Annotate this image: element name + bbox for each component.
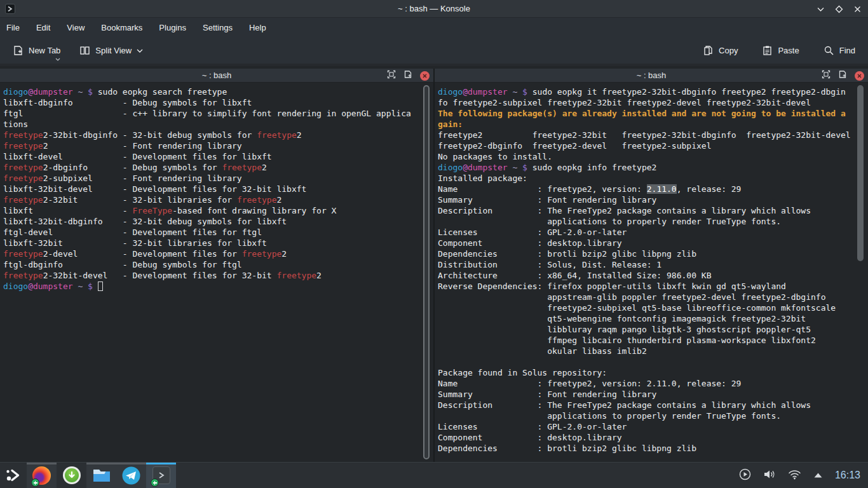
- volume-icon[interactable]: [763, 468, 776, 483]
- software-center-icon: [63, 466, 81, 484]
- task-open-indicator: [86, 463, 116, 464]
- copy-icon: [703, 45, 714, 56]
- scrollbar-right: [857, 85, 864, 459]
- taskbar-item-konsole[interactable]: [146, 463, 176, 488]
- plus-badge-icon: [151, 478, 159, 487]
- pane-left-title: ~ : bash: [0, 71, 433, 80]
- telegram-icon: [122, 466, 140, 485]
- split-view-dropdown-icon[interactable]: [137, 49, 143, 53]
- terminal-right[interactable]: diogo@dumpster ~ $ sudo eopkg it freetyp…: [435, 83, 868, 462]
- konsole-app-icon: [5, 4, 15, 14]
- menu-settings[interactable]: Settings: [203, 23, 233, 32]
- split-view-icon: [79, 45, 90, 56]
- menu-file[interactable]: File: [6, 23, 20, 32]
- close-view-icon[interactable]: [855, 71, 864, 81]
- paste-button[interactable]: Paste: [758, 41, 803, 60]
- maximize-view-icon[interactable]: [822, 70, 831, 81]
- maximize-view-icon[interactable]: [387, 70, 396, 81]
- pane-left-tab-bar[interactable]: ~ : bash: [0, 69, 433, 83]
- taskbar-item-firefox[interactable]: [27, 463, 57, 488]
- menubar: File Edit View Bookmarks Plugins Setting…: [0, 18, 868, 37]
- new-tab-dropdown-icon[interactable]: [55, 58, 60, 61]
- desktop: ~ : bash — Konsole File Edit View Bookma…: [0, 0, 868, 488]
- plus-badge-icon: [31, 478, 39, 487]
- window-title: ~ : bash — Konsole: [0, 4, 868, 13]
- menu-bookmarks[interactable]: Bookmarks: [101, 23, 142, 32]
- scrollbar-left: [423, 85, 430, 459]
- launcher-icon: [5, 467, 22, 484]
- pane-right-title: ~ : bash: [435, 71, 868, 80]
- folder-icon: [92, 467, 111, 484]
- taskbar-item-telegram[interactable]: [116, 463, 146, 488]
- app-launcher-button[interactable]: [0, 463, 27, 488]
- maximize-button[interactable]: [835, 5, 843, 13]
- find-button[interactable]: Find: [820, 41, 859, 60]
- menu-help[interactable]: Help: [249, 23, 266, 32]
- menu-plugins[interactable]: Plugins: [159, 23, 186, 32]
- scrollbar-thumb[interactable]: [423, 85, 430, 459]
- task-active-indicator: [146, 463, 176, 464]
- clock[interactable]: 16:13: [835, 470, 860, 481]
- detach-view-icon[interactable]: [838, 70, 847, 81]
- split-view-container: ~ : bash diogo@dumpster ~ $: [0, 69, 868, 462]
- close-view-icon[interactable]: [420, 71, 430, 81]
- titlebar[interactable]: ~ : bash — Konsole: [0, 0, 868, 18]
- taskbar: 16:13: [0, 462, 868, 488]
- split-view-button[interactable]: Split View: [76, 41, 147, 60]
- terminal-pane-left: ~ : bash diogo@dumpster ~ $: [0, 69, 433, 462]
- terminal-left[interactable]: diogo@dumpster ~ $ sudo eopkg search fre…: [0, 83, 433, 462]
- menu-edit[interactable]: Edit: [36, 23, 50, 32]
- close-button[interactable]: [853, 5, 862, 13]
- menu-view[interactable]: View: [67, 23, 85, 32]
- terminal-pane-right: ~ : bash diogo@dumpster ~ $: [433, 69, 868, 462]
- wifi-icon[interactable]: [788, 468, 801, 483]
- pane-right-tab-bar[interactable]: ~ : bash: [435, 69, 868, 83]
- task-open-indicator: [27, 463, 57, 464]
- minimize-button[interactable]: [817, 5, 825, 13]
- konsole-window: ~ : bash — Konsole File Edit View Bookma…: [0, 0, 868, 462]
- detach-view-icon[interactable]: [403, 70, 412, 81]
- task-open-indicator: [116, 463, 146, 464]
- search-icon: [824, 45, 834, 56]
- system-tray: 16:13: [739, 463, 868, 488]
- paste-icon: [762, 45, 773, 56]
- copy-button[interactable]: Copy: [699, 41, 742, 60]
- toolbar: New Tab Split View: [0, 37, 868, 66]
- expand-tray-icon[interactable]: [813, 470, 823, 481]
- media-player-icon[interactable]: [739, 468, 751, 483]
- new-tab-icon: [13, 45, 24, 56]
- new-tab-button[interactable]: New Tab: [9, 41, 64, 60]
- taskbar-item-file-manager[interactable]: [86, 463, 116, 488]
- scrollbar-thumb[interactable]: [857, 85, 864, 261]
- taskbar-item-software-center[interactable]: [57, 463, 86, 488]
